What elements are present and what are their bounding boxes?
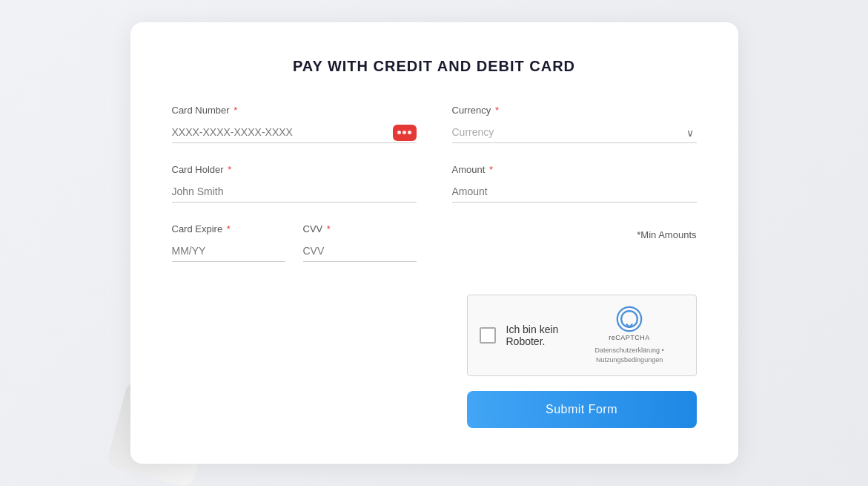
captcha-right: reCAPTCHA Datenschutzerklärung • Nutzung… [575, 306, 684, 364]
captcha-checkbox[interactable] [480, 327, 496, 344]
amount-label: Amount * [452, 164, 697, 175]
form-top-grid: Card Number * Currency * Currency [172, 105, 697, 223]
captcha-text: Ich bin kein Roboter. [506, 324, 575, 347]
captcha-links: Datenschutzerklärung • Nutzungsbedingung… [575, 346, 684, 364]
card-expire-required: * [227, 223, 231, 234]
card-holder-label: Card Holder * [172, 164, 417, 175]
payment-form-card: PAY WITH CREDIT AND DEBIT CARD Card Numb… [130, 22, 738, 463]
card-holder-required: * [228, 164, 231, 175]
cvv-input[interactable] [303, 240, 417, 262]
dot-1 [397, 131, 401, 134]
amount-group: Amount * [452, 164, 697, 203]
currency-label: Currency * [452, 105, 697, 116]
min-amounts-container: *Min Amounts [452, 223, 697, 283]
card-holder-input[interactable] [172, 181, 417, 203]
card-number-input[interactable] [172, 122, 417, 143]
page-title: PAY WITH CREDIT AND DEBIT CARD [172, 58, 697, 75]
cvv-label: CVV * [303, 223, 417, 234]
card-number-input-wrapper [172, 122, 417, 143]
cvv-required: * [327, 223, 331, 234]
captcha-box: Ich bin kein Roboter. reCAPTCHA Datensch… [467, 295, 697, 375]
submit-button[interactable]: Submit Form [467, 391, 697, 428]
card-expire-label: Card Expire * [172, 223, 285, 234]
currency-required: * [495, 105, 499, 116]
amount-required: * [489, 164, 493, 175]
expire-cvv-row: Card Expire * CVV * [172, 223, 417, 283]
captcha-left: Ich bin kein Roboter. [480, 324, 575, 347]
dot-2 [402, 131, 406, 134]
recaptcha-label: reCAPTCHA [609, 334, 650, 341]
recaptcha-logo-icon [616, 306, 643, 332]
captcha-area: Ich bin kein Roboter. reCAPTCHA Datensch… [172, 295, 697, 375]
currency-group: Currency * Currency USD EUR GBP JPY CHF [452, 105, 697, 143]
cvv-group: CVV * [303, 223, 417, 262]
currency-select[interactable]: Currency USD EUR GBP JPY CHF [452, 122, 697, 143]
currency-select-wrapper: Currency USD EUR GBP JPY CHF [452, 122, 697, 143]
card-expire-input[interactable] [172, 240, 285, 262]
credit-card-icon [393, 125, 417, 141]
form-bottom-row: Card Expire * CVV * *Min Amounts [172, 223, 697, 283]
card-holder-group: Card Holder * [172, 164, 417, 203]
min-amounts-text: *Min Amounts [452, 229, 697, 240]
card-number-label: Card Number * [172, 105, 417, 116]
bottom-section: Ich bin kein Roboter. reCAPTCHA Datensch… [172, 295, 697, 427]
card-expire-group: Card Expire * [172, 223, 285, 262]
dot-3 [408, 131, 411, 134]
amount-input[interactable] [452, 181, 697, 203]
card-number-group: Card Number * [172, 105, 417, 143]
card-number-required: * [233, 105, 237, 116]
